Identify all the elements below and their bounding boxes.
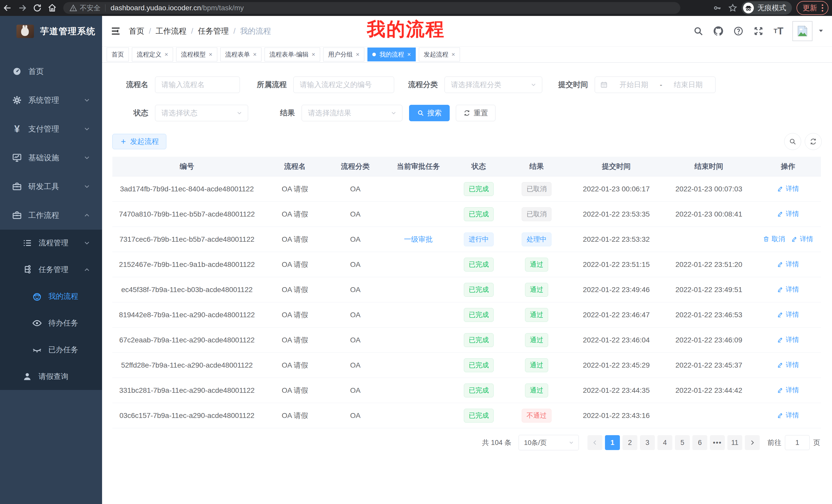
close-icon[interactable]: × [407, 51, 411, 58]
page-button-4[interactable]: 4 [657, 435, 672, 450]
sidebar-submenu: 流程管理任务管理我的流程待办任务已办任务请假查询 [0, 230, 102, 390]
list-icon [22, 237, 33, 249]
forward-icon[interactable] [15, 1, 30, 16]
detail-link[interactable]: 详情 [777, 260, 799, 269]
sidebar-item-my-process[interactable]: 我的流程 [0, 283, 102, 310]
page-size-select[interactable]: 10条/页 [519, 435, 579, 450]
tab-process-definition[interactable]: 流程定义× [132, 48, 173, 61]
detail-link[interactable]: 详情 [777, 209, 799, 218]
close-icon[interactable]: × [209, 51, 212, 58]
update-button[interactable]: 更新 [797, 1, 828, 15]
close-icon[interactable]: × [451, 51, 455, 58]
tab-user-group[interactable]: 用户分组× [323, 48, 364, 61]
reload-icon[interactable] [30, 1, 45, 16]
page-button-2[interactable]: 2 [622, 435, 638, 450]
cell-task [382, 328, 454, 353]
fullscreen-icon[interactable] [750, 23, 767, 39]
tab-home[interactable]: 首页 [107, 48, 129, 61]
prev-page-button[interactable] [588, 435, 602, 450]
detail-link[interactable]: 详情 [777, 310, 799, 319]
breadcrumb-task-manage[interactable]: 任务管理 [198, 26, 229, 36]
tab-label: 流程模型 [181, 50, 206, 59]
close-icon[interactable]: × [312, 51, 315, 58]
sidebar-item-leave-query[interactable]: 请假查询 [0, 363, 102, 390]
security-label: 不安全 [80, 3, 101, 12]
task-link[interactable]: 一级审批 [404, 235, 433, 243]
close-icon[interactable]: × [356, 51, 359, 58]
tab-my-process[interactable]: 我的流程× [367, 48, 416, 61]
sidebar-item-infrastructure[interactable]: 基础设施 [0, 143, 102, 172]
detail-link[interactable]: 详情 [777, 335, 799, 344]
page-button-1[interactable]: 1 [605, 435, 620, 450]
goto-page-input[interactable] [785, 439, 809, 447]
page-button-5[interactable]: 5 [675, 435, 690, 450]
detail-link[interactable]: 详情 [777, 285, 799, 294]
cell-id: 7470a810-7b9b-11ec-b5b7-acde48001122 [112, 202, 261, 227]
create-process-button[interactable]: 发起流程 [112, 134, 166, 149]
table-row: 67c2eaab-7b9a-11ec-a290-acde48001122OA 请… [112, 328, 821, 353]
back-icon[interactable] [0, 1, 15, 16]
refresh-table-button[interactable] [805, 133, 822, 150]
app-logo[interactable]: 芋道管理系统 [0, 16, 102, 47]
cell-category: OA [328, 378, 382, 403]
show-search-button[interactable] [784, 133, 801, 150]
detail-link[interactable]: 详情 [777, 411, 799, 420]
github-icon[interactable] [710, 23, 727, 39]
definition-input[interactable] [294, 81, 394, 89]
cell-result: 通过 [503, 277, 570, 302]
pages-ellipsis-button[interactable]: ••• [710, 435, 725, 450]
tab-process-form-edit[interactable]: 流程表单-编辑× [265, 48, 320, 61]
font-size-icon[interactable]: TT [770, 23, 787, 39]
sidebar-item-label: 请假查询 [38, 371, 94, 382]
cell-status: 已完成 [454, 353, 503, 378]
status-select[interactable]: 请选择状态 [155, 105, 248, 121]
reset-button[interactable]: 重置 [456, 105, 495, 121]
address-bar[interactable]: 不安全 dashboard.yudao.iocoder.cn/bpm/task/… [63, 2, 680, 14]
breadcrumb-workflow[interactable]: 工作流程 [156, 26, 186, 36]
edit-icon [777, 261, 784, 268]
detail-link[interactable]: 详情 [777, 386, 799, 395]
sidebar-item-task-manage[interactable]: 任务管理 [0, 256, 102, 283]
tab-start-process[interactable]: 发起流程× [419, 48, 460, 61]
category-select[interactable]: 请选择流程分类 [445, 77, 542, 93]
home-icon[interactable] [45, 1, 60, 16]
next-page-button[interactable] [745, 435, 760, 450]
breadcrumb-home[interactable]: 首页 [129, 26, 144, 36]
sidebar-item-done-task[interactable]: 已办任务 [0, 337, 102, 363]
column-header: 状态 [454, 157, 503, 176]
edit-icon [777, 211, 784, 217]
sidebar-item-workflow[interactable]: 工作流程 [0, 201, 102, 230]
key-icon[interactable] [711, 1, 724, 15]
detail-link[interactable]: 详情 [777, 360, 799, 369]
help-icon[interactable] [730, 23, 747, 39]
cancel-link[interactable]: 取消 [763, 234, 785, 244]
tab-process-model[interactable]: 流程模型× [176, 48, 217, 61]
sidebar-item-system-manage[interactable]: 系统管理 [0, 86, 102, 115]
sidebar-item-payment-manage[interactable]: ¥支付管理 [0, 115, 102, 143]
page-button-11[interactable]: 11 [727, 435, 742, 450]
close-icon[interactable]: × [253, 51, 257, 58]
process-name-input[interactable] [155, 81, 240, 89]
bookmark-star-icon[interactable] [726, 1, 739, 15]
chevron-down-icon [83, 183, 91, 190]
page-button-6[interactable]: 6 [693, 435, 707, 450]
page-button-3[interactable]: 3 [640, 435, 655, 450]
sidebar-item-process-manage[interactable]: 流程管理 [0, 230, 102, 256]
detail-link[interactable]: 详情 [777, 184, 799, 193]
avatar[interactable] [792, 21, 812, 41]
sidebar-item-dev-tools[interactable]: 研发工具 [0, 172, 102, 201]
search-button[interactable]: 搜索 [409, 105, 450, 121]
caret-down-icon[interactable] [817, 27, 824, 35]
result-select[interactable]: 请选择流结果 [302, 105, 402, 121]
close-icon[interactable]: × [164, 51, 168, 58]
cell-end-time [662, 227, 755, 252]
menu-dots-icon[interactable] [822, 4, 823, 11]
search-icon[interactable] [690, 23, 706, 39]
submit-time-range[interactable]: 开始日期 - 结束日期 [595, 77, 716, 93]
hamburger-icon[interactable] [107, 22, 125, 40]
sidebar-item-todo-task[interactable]: 待办任务 [0, 310, 102, 337]
cell-status: 已完成 [454, 176, 503, 202]
tab-process-form[interactable]: 流程表单× [220, 48, 261, 61]
detail-link[interactable]: 详情 [791, 234, 813, 244]
sidebar-item-home[interactable]: 首页 [0, 57, 102, 86]
